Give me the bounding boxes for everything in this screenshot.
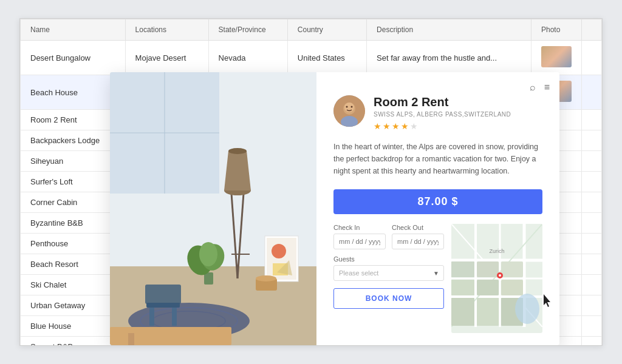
- svg-point-59: [499, 274, 501, 277]
- book-now-button[interactable]: BOOK NOW: [333, 288, 444, 309]
- cell-extra: [582, 234, 602, 254]
- svg-rect-51: [451, 261, 474, 277]
- col-header-extra: [582, 19, 602, 41]
- cell-extra: [582, 192, 602, 213]
- guests-select-wrapper: Please select 1 Guest 2 Guests 3 Guests …: [333, 265, 444, 281]
- cell-extra: [582, 316, 602, 337]
- cell-extra: [582, 213, 602, 234]
- svg-rect-50: [501, 280, 523, 295]
- checkin-field: Check In: [333, 224, 386, 249]
- photo-thumbnail: [541, 46, 572, 67]
- guests-field: Guests Please select 1 Guest 2 Guests 3 …: [333, 255, 444, 281]
- cell-state: Nevada: [208, 41, 287, 75]
- svg-rect-52: [451, 280, 474, 295]
- cell-location: Mojave Desert: [125, 41, 208, 75]
- svg-rect-29: [145, 285, 181, 304]
- svg-rect-31: [128, 333, 134, 345]
- booking-form: Check In Check Out Guests Please select: [333, 224, 444, 333]
- cell-extra: [582, 295, 602, 316]
- svg-point-56: [515, 294, 539, 324]
- profile-section: Room 2 Rent SWISS ALPS, ALBERG PASS,SWIT…: [333, 95, 542, 131]
- cell-extra: [582, 172, 602, 192]
- svg-rect-27: [149, 308, 154, 326]
- svg-point-15: [199, 242, 217, 266]
- col-header-state[interactable]: State/Province: [208, 19, 287, 41]
- svg-point-22: [256, 275, 276, 281]
- dates-row: Check In Check Out: [333, 224, 444, 249]
- guests-label: Guests: [333, 255, 444, 263]
- card-detail-panel: ⌕ ≡: [316, 72, 559, 345]
- checkin-label: Check In: [333, 224, 386, 231]
- profile-info: Room 2 Rent SWISS ALPS, ALBERG PASS,SWIT…: [374, 95, 511, 131]
- property-card: ⌕ ≡: [110, 72, 559, 345]
- svg-rect-28: [172, 308, 177, 326]
- cell-extra: [582, 337, 602, 346]
- price-display: 87.00 $: [333, 189, 542, 214]
- cell-photo: [531, 41, 582, 75]
- svg-rect-48: [501, 261, 523, 277]
- main-container: Name Locations State/Province Country De…: [19, 18, 603, 346]
- cell-name: Desert Bungalow: [21, 41, 126, 75]
- booking-map-row: Check In Check Out Guests Please select: [333, 224, 542, 333]
- svg-point-36: [346, 106, 348, 108]
- cell-description: Set far away from the hustle and...: [367, 41, 531, 75]
- svg-point-37: [351, 106, 353, 108]
- star-3: ★: [392, 121, 400, 131]
- property-image-panel: [110, 72, 316, 345]
- card-description: In the heart of winter, the Alps are cov…: [333, 141, 542, 177]
- star-1: ★: [374, 121, 381, 131]
- cell-extra: [582, 75, 602, 110]
- cell-extra: [582, 130, 602, 151]
- star-rating: ★★★★★: [374, 121, 511, 131]
- svg-rect-54: [477, 298, 499, 326]
- checkin-input[interactable]: [333, 234, 386, 249]
- cell-extra: [582, 254, 602, 275]
- cell-extra: [582, 151, 602, 172]
- svg-marker-10: [224, 151, 251, 190]
- guests-select[interactable]: Please select 1 Guest 2 Guests 3 Guests …: [333, 265, 444, 281]
- svg-rect-47: [477, 261, 499, 277]
- map-panel: Zurich: [451, 224, 542, 333]
- card-location: SWISS ALPS, ALBERG PASS,SWITZERLAND: [374, 111, 511, 118]
- star-2: ★: [383, 121, 391, 131]
- cell-extra: [582, 275, 602, 295]
- star-5: ★: [410, 121, 418, 131]
- card-title: Room 2 Rent: [374, 95, 511, 109]
- svg-point-18: [272, 244, 286, 258]
- checkout-field: Check Out: [392, 224, 444, 249]
- svg-rect-49: [477, 280, 499, 295]
- panel-icons: ⌕ ≡: [530, 82, 550, 93]
- checkout-label: Check Out: [392, 224, 444, 231]
- cell-extra: [582, 41, 602, 75]
- col-header-locations[interactable]: Locations: [125, 19, 208, 41]
- table-row[interactable]: Desert BungalowMojave DesertNevadaUnited…: [21, 41, 602, 75]
- cell-country: United States: [287, 41, 366, 75]
- col-header-description[interactable]: Description: [367, 19, 531, 41]
- svg-text:Zurich: Zurich: [489, 248, 504, 254]
- col-header-name[interactable]: Name: [21, 19, 126, 41]
- svg-point-11: [228, 148, 247, 154]
- svg-rect-53: [451, 298, 474, 326]
- star-4: ★: [401, 121, 409, 131]
- col-header-photo[interactable]: Photo: [531, 19, 582, 41]
- avatar: [333, 95, 365, 127]
- col-header-country[interactable]: Country: [287, 19, 366, 41]
- search-icon[interactable]: ⌕: [530, 82, 536, 93]
- menu-icon[interactable]: ≡: [544, 82, 550, 93]
- cell-extra: [582, 110, 602, 130]
- checkout-input[interactable]: [392, 234, 444, 249]
